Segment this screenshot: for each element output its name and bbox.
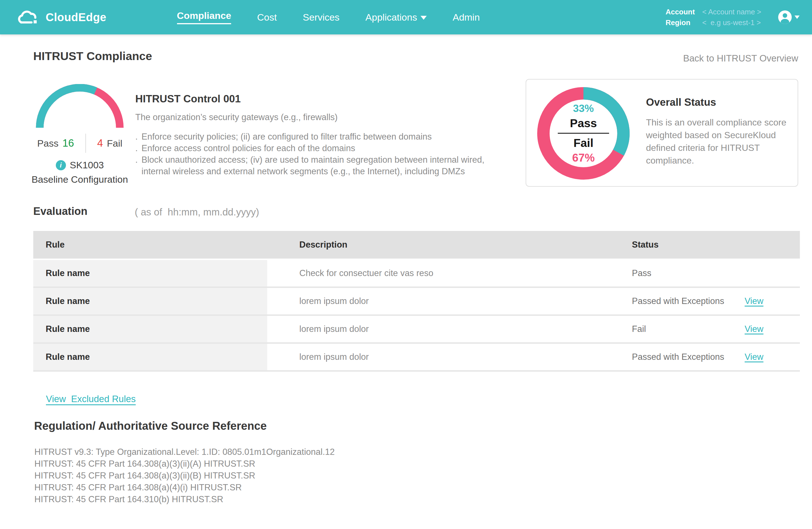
status-text: Fail <box>632 324 745 334</box>
fail-label: Fail <box>107 138 122 149</box>
bullet-text: Enforce security policies; (ii) are conf… <box>142 131 432 142</box>
regulation-lines: HITRUST v9.3: Type Organizational.Level:… <box>34 446 335 505</box>
status-cell: Passed with ExceptionsView <box>600 296 800 306</box>
control-bullets: .Enforce security policies; (ii) are con… <box>135 131 521 177</box>
account-label: Account <box>665 8 695 16</box>
region-value[interactable]: < e.g us-west-1 > <box>702 18 761 27</box>
rule-cell: Rule name <box>33 288 267 314</box>
control-title: HITRUST Control 001 <box>135 93 521 105</box>
regulation-line: HITRUST: 45 CFR Part 164.308(a)(3)(ii)(A… <box>34 458 335 470</box>
donut-fail-percent: 67% <box>572 152 595 164</box>
donut-center-labels: 33% Pass Fail 67% <box>537 87 630 180</box>
nav-item-label: Compliance <box>177 10 231 24</box>
control-bullet: .Block unauthorized access; (iv) are use… <box>135 154 521 177</box>
bullet-text: Block unauthorized access; (iv) are used… <box>142 154 484 177</box>
donut-divider <box>558 133 609 134</box>
status-cell: Passed with ExceptionsView <box>600 352 800 362</box>
view-excluded-rules-link[interactable]: View Excluded Rules <box>46 394 136 404</box>
bullet-marker: . <box>135 131 142 142</box>
account-value[interactable]: < Account name > <box>702 8 761 16</box>
nav-item-services[interactable]: Services <box>303 12 339 23</box>
view-link[interactable]: View <box>745 352 764 362</box>
status-cell: Pass <box>600 268 800 278</box>
rule-results-gauge-block: Pass 16 4 Fail i SK1003 Baseline Configu… <box>30 84 129 185</box>
control-code: SK1003 <box>70 160 104 171</box>
column-header-description: Description <box>267 240 600 250</box>
region-label: Region <box>665 18 695 27</box>
overall-status-description: This is an overall compliance score weig… <box>646 116 790 167</box>
control-bullet: .Enforce access control policies for eac… <box>135 142 521 154</box>
evaluation-as-of: ( as of hh:mm, mm.dd.yyyy) <box>135 206 259 218</box>
info-icon[interactable]: i <box>56 160 66 170</box>
table-header-row: Rule Description Status <box>33 231 800 259</box>
control-subtitle: The organization’s security gateways (e.… <box>135 112 521 123</box>
regulation-line: HITRUST: 45 CFR Part 164.310(b) HITRUST.… <box>34 494 335 505</box>
control-description-block: HITRUST Control 001 The organization’s s… <box>135 93 521 177</box>
back-to-overview-link[interactable]: Back to HITRUST Overview <box>683 53 798 64</box>
control-code-row: i SK1003 <box>30 160 129 171</box>
evaluation-table: Rule Description Status Rule nameCheck f… <box>33 231 800 372</box>
rule-cell: Rule name <box>33 260 267 286</box>
status-text: Passed with Exceptions <box>632 296 745 306</box>
nav-item-label: Admin <box>453 12 480 23</box>
overall-status-text: Overall Status This is an overall compli… <box>646 97 790 167</box>
nav-dropdown-caret-icon <box>421 16 427 20</box>
donut-fail-label: Fail <box>574 137 594 150</box>
control-bullet: .Enforce security policies; (ii) are con… <box>135 131 521 142</box>
user-menu-caret-icon <box>795 15 800 19</box>
description-cell: lorem ipsum dolor <box>267 352 600 362</box>
cloud-logo-icon <box>16 9 40 26</box>
rule-cell: Rule name <box>33 344 267 370</box>
status-cell: FailView <box>600 324 800 334</box>
donut-pass-label: Pass <box>570 117 597 130</box>
account-region-block: Account < Account name > Region < e.g us… <box>665 8 761 27</box>
nav-item-label: Cost <box>257 12 277 23</box>
fail-count: 4 <box>97 137 103 149</box>
nav-item-cost[interactable]: Cost <box>257 12 277 23</box>
overall-status-card: 33% Pass Fail 67% Overall Status This is… <box>526 79 798 187</box>
brand-name: CloudEdge <box>46 11 106 24</box>
status-text: Passed with Exceptions <box>632 352 745 362</box>
nav-item-label: Applications <box>365 12 417 23</box>
brand[interactable]: CloudEdge <box>16 9 106 26</box>
baseline-configuration-label: Baseline Configuration <box>30 174 129 185</box>
description-cell: lorem ipsum dolor <box>267 324 600 334</box>
user-avatar-icon <box>778 11 792 24</box>
overall-status-title: Overall Status <box>646 97 790 108</box>
overall-status-donut-chart: 33% Pass Fail 67% <box>537 87 630 180</box>
table-row: Rule namelorem ipsum dolorFailView <box>33 316 800 344</box>
gauge-pass-arc <box>40 88 120 128</box>
nav-item-label: Services <box>303 12 339 23</box>
bullet-marker: . <box>135 142 142 154</box>
table-body: Rule nameCheck for consectuer cite vas r… <box>33 260 800 372</box>
table-row: Rule namelorem ipsum dolorPassed with Ex… <box>33 344 800 372</box>
pass-label: Pass <box>37 138 59 149</box>
stats-divider <box>85 134 86 153</box>
pass-count: 16 <box>62 137 74 149</box>
column-header-status: Status <box>600 240 800 250</box>
nav-item-admin[interactable]: Admin <box>453 12 480 23</box>
top-nav: CloudEdge ComplianceCostServicesApplicat… <box>0 0 812 34</box>
column-header-rule: Rule <box>33 231 267 259</box>
description-cell: Check for consectuer cite vas reso <box>267 268 600 278</box>
gauge-stats: Pass 16 4 Fail <box>30 133 129 153</box>
bullet-text: Enforce access control policies for each… <box>142 142 355 154</box>
regulation-line: HITRUST: 45 CFR Part 164.308(a)(3)(ii)(B… <box>34 470 335 482</box>
main-menu: ComplianceCostServicesApplicationsAdmin <box>177 10 480 24</box>
view-link[interactable]: View <box>745 296 764 306</box>
regulation-line: HITRUST: 45 CFR Part 164.308(a)(4)(i) HI… <box>34 482 335 494</box>
evaluation-title: Evaluation <box>33 205 87 217</box>
status-text: Pass <box>632 268 745 278</box>
rule-cell: Rule name <box>33 316 267 342</box>
bullet-marker: . <box>135 154 142 177</box>
table-row: Rule nameCheck for consectuer cite vas r… <box>33 260 800 288</box>
regulation-line: HITRUST v9.3: Type Organizational.Level:… <box>34 446 335 458</box>
pass-fail-gauge-chart <box>35 84 125 131</box>
nav-item-compliance[interactable]: Compliance <box>177 10 231 24</box>
user-menu[interactable] <box>778 11 800 24</box>
view-link[interactable]: View <box>745 324 764 334</box>
regulation-title: Regulation/ Authoritative Source Referen… <box>34 419 266 432</box>
description-cell: lorem ipsum dolor <box>267 296 600 306</box>
nav-item-applications[interactable]: Applications <box>365 12 427 23</box>
table-row: Rule namelorem ipsum dolorPassed with Ex… <box>33 288 800 316</box>
